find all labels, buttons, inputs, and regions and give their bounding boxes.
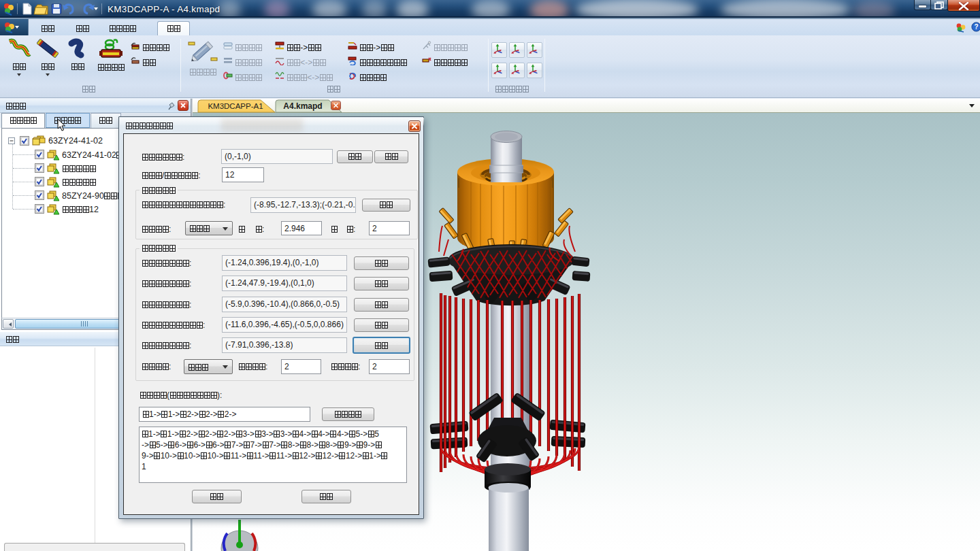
svg-text:?: ? — [974, 23, 978, 31]
